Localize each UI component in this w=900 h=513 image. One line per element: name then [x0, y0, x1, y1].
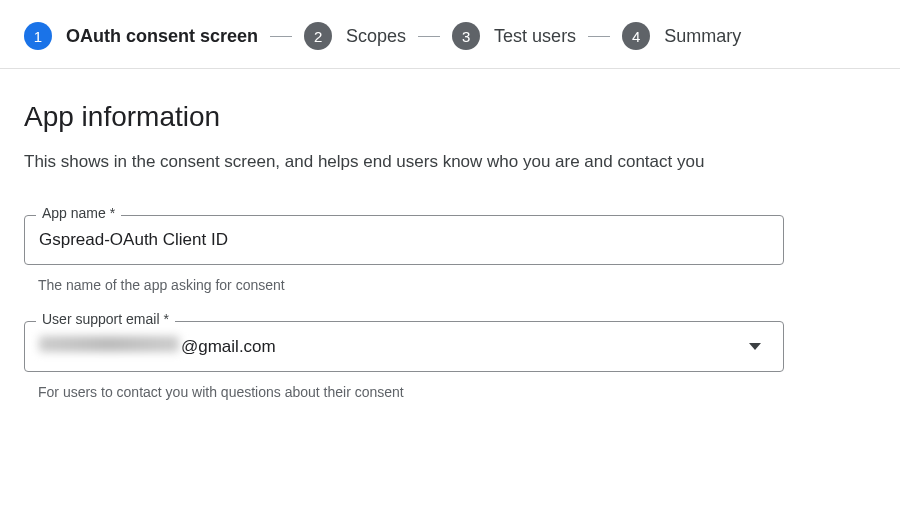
section-title: App information — [24, 101, 876, 133]
step-connector — [418, 36, 440, 37]
content: App information This shows in the consen… — [0, 69, 900, 400]
step-number-3: 3 — [452, 22, 480, 50]
step-label-4: Summary — [664, 26, 741, 47]
step-summary[interactable]: 4 Summary — [622, 22, 741, 50]
stepper: 1 OAuth consent screen 2 Scopes 3 Test u… — [0, 0, 900, 69]
step-oauth-consent[interactable]: 1 OAuth consent screen — [24, 22, 258, 50]
user-support-email-helper: For users to contact you with questions … — [38, 384, 876, 400]
redacted-email-prefix — [39, 336, 179, 352]
section-description: This shows in the consent screen, and he… — [24, 149, 784, 175]
user-support-email-field: User support email * @gmail.com — [24, 321, 784, 372]
step-number-2: 2 — [304, 22, 332, 50]
chevron-down-icon — [749, 343, 761, 350]
app-name-box — [24, 215, 784, 265]
step-connector — [588, 36, 610, 37]
step-test-users[interactable]: 3 Test users — [452, 22, 576, 50]
step-number-1: 1 — [24, 22, 52, 50]
step-scopes[interactable]: 2 Scopes — [304, 22, 406, 50]
email-suffix: @gmail.com — [181, 337, 276, 357]
app-name-helper: The name of the app asking for consent — [38, 277, 876, 293]
app-name-label: App name * — [36, 205, 121, 221]
user-support-email-select[interactable]: @gmail.com — [24, 321, 784, 372]
app-name-field: App name * — [24, 215, 784, 265]
user-support-email-label: User support email * — [36, 311, 175, 327]
step-label-1: OAuth consent screen — [66, 26, 258, 47]
user-support-email-value: @gmail.com — [39, 336, 276, 357]
step-connector — [270, 36, 292, 37]
step-label-2: Scopes — [346, 26, 406, 47]
step-number-4: 4 — [622, 22, 650, 50]
step-label-3: Test users — [494, 26, 576, 47]
app-name-input[interactable] — [39, 230, 769, 250]
